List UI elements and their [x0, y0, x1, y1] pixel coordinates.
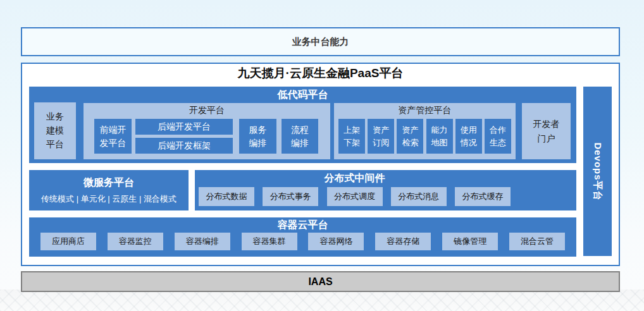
iaas-bar: IAAS: [21, 271, 620, 292]
asset-item-listing: 上架 下架: [338, 119, 365, 154]
lowcode-platform-section: 低代码平台 业务 建模 平台 开发平台 前端开 发平台 后端开发平台 后端开发框…: [29, 87, 576, 163]
container-cloud-items-row: 应用商店 容器监控 容器编排 容器集群 容器网络 容器存储 镜像管理 混合云管: [29, 233, 576, 250]
backend-dev-framework-box: 后端开发框架: [135, 138, 233, 154]
iaas-label: IAAS: [308, 276, 332, 288]
middleware-item-messaging: 分布式消息: [391, 187, 447, 206]
banner-label: 业务中台能力: [292, 36, 349, 48]
cc-item-cluster: 容器集群: [242, 233, 297, 250]
background-watermark: [0, 290, 644, 311]
business-middle-platform-banner: 业务中台能力: [21, 27, 620, 56]
microservice-platform-section: 微服务平台 传统模式 | 单元化 | 云原生 | 混合模式: [29, 170, 189, 210]
microservice-modes: 传统模式 | 单元化 | 云原生 | 混合模式: [41, 193, 176, 205]
cc-item-monitoring: 容器监控: [108, 233, 163, 250]
middleware-item-cache: 分布式缓存: [455, 187, 511, 206]
cc-item-image-mgmt: 镜像管理: [442, 233, 498, 250]
service-orchestration-box: 服务 编排: [239, 119, 276, 154]
middleware-item-data: 分布式数据: [199, 187, 254, 206]
asset-item-ecosystem: 合作 生态: [485, 119, 511, 154]
container-cloud-platform-title: 容器云平台: [29, 219, 576, 232]
cc-item-storage: 容器存储: [375, 233, 431, 250]
asset-item-subscription: 资产 订阅: [368, 119, 394, 154]
distributed-middleware-title: 分布式中间件: [195, 172, 514, 185]
backend-dev-platform-box: 后端开发平台: [135, 119, 233, 135]
cc-item-app-store: 应用商店: [40, 233, 96, 250]
process-orchestration-box: 流程 编排: [282, 119, 318, 154]
developer-portal-box: 开发者 门户: [522, 103, 571, 159]
middleware-content: 分布式中间件 分布式数据 分布式事务 分布式调度 分布式消息 分布式缓存: [195, 170, 514, 210]
middleware-item-scheduling: 分布式调度: [327, 187, 383, 206]
backend-stack: 后端开发平台 后端开发框架: [135, 119, 233, 154]
container-cloud-platform-section: 容器云平台 应用商店 容器监控 容器编排 容器集群 容器网络 容器存储 镜像管理…: [29, 217, 576, 257]
frontend-dev-platform-box: 前端开 发平台: [94, 119, 132, 154]
devops-platform-bar: Devops平台: [583, 87, 612, 256]
devops-platform-title: Devops平台: [591, 142, 604, 200]
asset-item-usage: 使用 情况: [455, 119, 482, 154]
asset-control-platform-title: 资产管控平台: [334, 105, 516, 116]
distributed-middleware-section: 分布式中间件 分布式数据 分布式事务 分布式调度 分布式消息 分布式缓存: [195, 170, 576, 210]
dev-platform-title: 开发平台: [84, 105, 330, 116]
cc-item-network: 容器网络: [308, 233, 364, 250]
asset-items-row: 上架 下架 资产 订阅 资产 检索 能力 地图 使用 情况 合作 生态: [334, 119, 516, 154]
business-modeling-platform-box: 业务 建模 平台: [34, 102, 76, 159]
dev-platform-group: 开发平台 前端开 发平台 后端开发平台 后端开发框架 服务 编排 流程 编排: [84, 103, 330, 159]
asset-item-capability-map: 能力 地图: [426, 119, 453, 154]
cc-item-hybrid-cloud: 混合云管: [509, 233, 565, 250]
cc-item-orchestration: 容器编排: [175, 233, 230, 250]
asset-item-retrieval: 资产 检索: [397, 119, 423, 154]
microservice-platform-title: 微服务平台: [84, 176, 134, 190]
middleware-item-transaction: 分布式事务: [263, 187, 318, 206]
asset-control-platform-group: 资产管控平台 上架 下架 资产 订阅 资产 检索 能力 地图 使用 情况 合作 …: [334, 103, 516, 159]
lowcode-platform-title: 低代码平台: [29, 88, 576, 102]
middleware-items-row: 分布式数据 分布式事务 分布式调度 分布式消息 分布式缓存: [195, 187, 514, 206]
platform-title: 九天揽月·云原生金融PaaS平台: [21, 65, 620, 82]
